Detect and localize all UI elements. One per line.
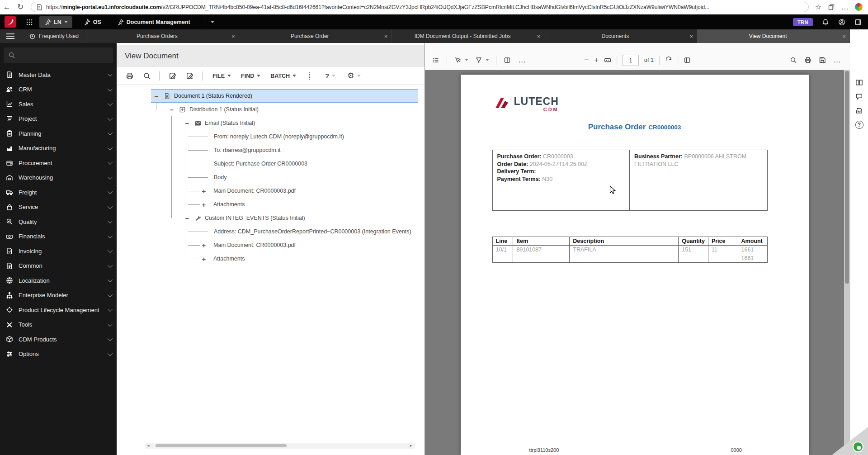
tree-row[interactable]: Subject: Purchase Order CR0000003	[151, 157, 418, 171]
tree-row[interactable]: −Document 1 (Status Rendered)	[151, 89, 418, 103]
horizontal-scrollbar[interactable]: ◄ ►	[145, 443, 415, 449]
browser-back-button[interactable]: ←	[0, 3, 14, 12]
infor-logo[interactable]	[5, 16, 16, 28]
chevron-down-icon[interactable]	[465, 59, 468, 61]
sidebar-item-sales[interactable]: Sales	[0, 97, 117, 112]
split-view-icon[interactable]	[504, 57, 511, 64]
sidebar-item-planning[interactable]: Planning	[0, 126, 117, 141]
frequently-used-button[interactable]: Frequently Used	[21, 29, 86, 43]
scroll-left-icon[interactable]: ◄	[145, 444, 152, 448]
scrollbar-thumb[interactable]	[845, 71, 849, 284]
sidebar-item-financials[interactable]: Financials	[0, 229, 117, 244]
close-icon[interactable]: ×	[533, 33, 544, 40]
edit-document-icon[interactable]	[169, 72, 177, 80]
tree-row[interactable]: +Attachments	[151, 198, 418, 211]
close-icon[interactable]: ×	[381, 33, 392, 40]
page-layout-icon[interactable]	[684, 57, 691, 64]
annotate-pen-icon[interactable]	[454, 57, 462, 64]
fit-width-icon[interactable]	[604, 57, 611, 64]
chevron-down-icon[interactable]	[486, 59, 489, 61]
browser-reload-button[interactable]: ↻	[14, 2, 27, 12]
tree-row[interactable]: −Custom INTEG_EVENTS (Status Initial)	[151, 211, 418, 225]
collapse-icon[interactable]: −	[153, 92, 160, 100]
tree-row[interactable]: From: noreply Lutech CDM (noreply@gruppo…	[151, 130, 418, 143]
expand-icon[interactable]: +	[200, 187, 208, 195]
collapse-icon[interactable]: −	[184, 214, 191, 222]
app-menu-icon[interactable]	[26, 19, 33, 26]
close-icon[interactable]: ×	[686, 33, 697, 40]
user-account-icon[interactable]	[838, 19, 845, 26]
sidebar-item-cdm-products[interactable]: CDM Products	[0, 332, 117, 347]
page-info-icon[interactable]	[36, 4, 43, 11]
rotate-icon[interactable]	[665, 57, 672, 64]
sidebar-item-manufacturing[interactable]: Manufacturing	[0, 141, 117, 156]
panels-icon[interactable]	[855, 79, 863, 86]
find-menu-button[interactable]: FIND	[241, 73, 260, 79]
tree-row[interactable]: To: rbarresi@gruppocdm.it	[151, 143, 418, 157]
tree-row[interactable]: +Attachments	[151, 252, 418, 265]
page-number-input[interactable]	[623, 55, 639, 66]
sidebar-item-common[interactable]: Common	[0, 259, 117, 274]
vertical-scrollbar[interactable]	[844, 70, 850, 455]
collections-icon[interactable]	[828, 4, 835, 11]
sidebar-item-options[interactable]: Options	[0, 347, 117, 362]
sidebar-item-freight[interactable]: Freight	[0, 185, 117, 200]
scroll-right-icon[interactable]: ►	[407, 444, 415, 448]
expand-icon[interactable]: +	[200, 255, 208, 263]
app-chip-document-management[interactable]: Document Management	[112, 16, 195, 28]
search-icon[interactable]	[143, 72, 151, 80]
tab-purchase-orders[interactable]: Purchase Orders×	[86, 29, 239, 43]
outline-list-icon[interactable]	[432, 57, 439, 64]
sidebar-item-procurement[interactable]: Procurement	[0, 156, 117, 171]
highlight-marker-icon[interactable]	[475, 57, 482, 64]
sidebar-item-warehousing[interactable]: Warehousing	[0, 171, 117, 185]
edit-document-alt-icon[interactable]	[186, 72, 194, 80]
sidebar-search-input[interactable]	[4, 47, 113, 63]
tree-row[interactable]: −Distribution 1 (Status Initial)	[151, 103, 418, 116]
help-menu-button[interactable]: ?	[325, 72, 335, 80]
address-bar[interactable]: https://mingle-portal.eu1.inforcloudsuit…	[31, 2, 809, 12]
more-tools-icon[interactable]: …	[518, 56, 526, 65]
inbox-icon[interactable]	[855, 107, 863, 114]
apps-overflow-chevron-icon[interactable]	[211, 21, 214, 23]
save-icon[interactable]	[819, 57, 826, 64]
sidebar-item-quality[interactable]: Quality	[0, 214, 117, 229]
collapse-icon[interactable]: −	[168, 106, 175, 114]
settings-gear-button[interactable]: ⚙	[347, 71, 360, 81]
app-chip-os[interactable]: OS	[79, 16, 106, 28]
sidebar-item-product-lifecycle-management[interactable]: Product Lifecycle Management	[0, 303, 117, 318]
tab-idm-document-output-submitted-jobs[interactable]: IDM Document Output - Submitted Jobs×	[392, 29, 545, 43]
side-panel-icon[interactable]	[854, 19, 862, 26]
expand-icon[interactable]: +	[200, 242, 208, 249]
tree-row[interactable]: +Main Document: CR0000003.pdf	[151, 238, 418, 252]
tree-row[interactable]: Body	[151, 171, 418, 184]
close-icon[interactable]: ×	[839, 33, 849, 40]
tab-documents[interactable]: Documents×	[544, 29, 697, 43]
zoom-out-button[interactable]: −	[584, 56, 589, 65]
sidebar-item-tools[interactable]: Tools	[0, 318, 117, 332]
sidebar-item-enterprise-modeler[interactable]: Enterprise Modeler	[0, 288, 117, 303]
sidebar-item-invoicing[interactable]: Invoicing	[0, 244, 117, 259]
sidebar-item-project[interactable]: Project	[0, 112, 117, 127]
bookmark-star-icon[interactable]: ☆	[815, 3, 821, 11]
tree-row[interactable]: +Main Document: CR0000003.pdf	[151, 184, 418, 198]
notifications-bell-icon[interactable]	[822, 19, 829, 26]
search-icon[interactable]	[790, 57, 797, 64]
file-menu-button[interactable]: FILE	[212, 73, 231, 79]
tab-view-document[interactable]: View Document×	[697, 29, 850, 43]
close-icon[interactable]: ×	[228, 33, 239, 40]
tabs-menu-icon[interactable]	[0, 29, 21, 43]
sidebar-item-localization[interactable]: Localization	[0, 273, 117, 288]
print-icon[interactable]	[804, 57, 811, 64]
help-icon[interactable]: ?	[855, 121, 863, 129]
more-options-kebab-icon[interactable]	[305, 72, 313, 80]
expand-icon[interactable]: +	[200, 201, 208, 209]
print-icon[interactable]	[126, 72, 134, 80]
tree-row[interactable]: −Email (Status Initial)	[151, 116, 418, 130]
more-options-icon[interactable]: …	[833, 56, 841, 65]
tree-row[interactable]: Address: CDM_PurchaseOrderReportPrinted~…	[151, 225, 418, 238]
sidebar-item-service[interactable]: Service	[0, 200, 117, 215]
zoom-in-button[interactable]: +	[594, 56, 599, 65]
sidebar-item-crm[interactable]: CRM	[0, 82, 117, 97]
browser-menu-icon[interactable]: …	[841, 3, 849, 11]
